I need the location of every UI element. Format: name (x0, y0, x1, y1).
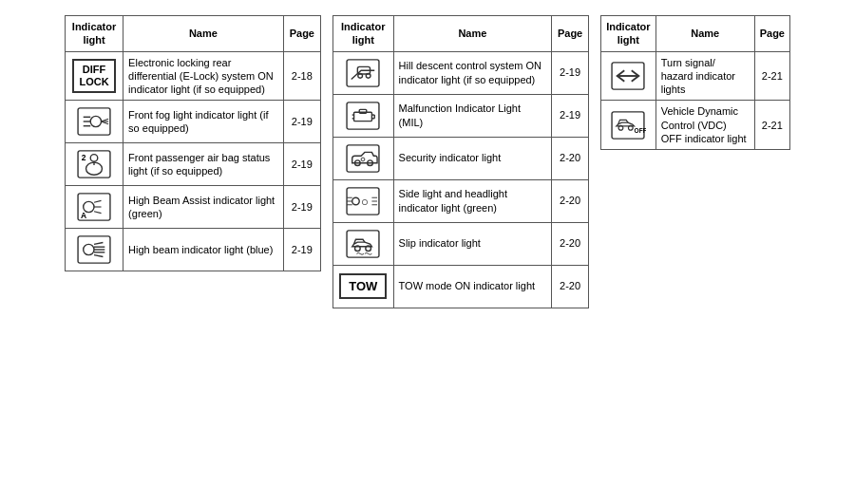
table-row: Security indicator light 2-20 (333, 137, 589, 179)
table-row: Front fog light indicator light (if so e… (66, 101, 321, 143)
icon-cell-turnsignal (601, 51, 656, 101)
icon-cell-vdc: OFF (601, 101, 656, 150)
table-row: Malfunction Indicator Light (MIL) 2-19 (333, 94, 589, 137)
icon-cell-slip (333, 222, 394, 265)
airbag-icon: 2 (76, 149, 112, 179)
hba-icon: A (76, 192, 112, 222)
slip-icon (345, 229, 381, 259)
table-row: ○ Side light and headlight indicator lig… (333, 179, 589, 222)
table-row: High beam indicator light (blue) 2-19 (66, 229, 321, 271)
vdc-off-icon: OFF (610, 110, 646, 140)
highbeam-icon (76, 234, 112, 265)
indicator-table-2: Indicatorlight Name Page (332, 15, 589, 308)
page-vdc: 2-21 (754, 101, 789, 150)
icon-cell-airbag: 2 (66, 143, 124, 186)
page-hba: 2-19 (283, 186, 320, 229)
svg-point-9 (90, 155, 98, 162)
header-indicator-light-2: Indicatorlight (333, 16, 394, 52)
svg-text:OFF: OFF (635, 127, 646, 134)
table-row: Turn signal/ hazard indicator lights 2-2… (601, 51, 790, 101)
page-tow: 2-20 (552, 265, 589, 308)
name-tow: TOW mode ON indicator light (393, 265, 552, 308)
name-turnsignal: Turn signal/ hazard indicator lights (656, 51, 754, 101)
name-highbeam: High beam indicator light (blue) (124, 229, 284, 271)
name-airbag: Front passenger air bag status light (if… (124, 143, 284, 186)
page-highbeam: 2-19 (283, 229, 320, 271)
table-row: Slip indicator light 2-20 (333, 222, 589, 265)
svg-text:○: ○ (361, 194, 369, 208)
svg-line-15 (94, 201, 102, 203)
indicator-table-1: Indicatorlight Name Page DIFFLOCK Electr… (65, 15, 321, 271)
table-row: Hill descent control system ON indicator… (333, 51, 589, 94)
svg-text:A: A (81, 212, 86, 221)
svg-line-17 (94, 212, 102, 214)
table-row: DIFFLOCK Electronic locking rear differe… (66, 51, 321, 101)
svg-rect-26 (347, 59, 379, 85)
icon-cell-highbeam (66, 229, 124, 271)
name-hba: High Beam Assist indicator light (green) (124, 186, 284, 229)
page-fog: 2-19 (283, 101, 320, 143)
diff-lock-icon: DIFFLOCK (72, 59, 115, 93)
icon-cell-security (333, 137, 394, 179)
page-airbag: 2-19 (283, 143, 320, 186)
svg-line-25 (94, 255, 103, 257)
sidelight-icon: ○ (345, 186, 381, 216)
name-fog: Front fog light indicator light (if so e… (124, 101, 284, 143)
svg-rect-51 (347, 230, 379, 256)
name-hill: Hill descent control system ON indicator… (393, 51, 552, 94)
header-name-3: Name (656, 16, 754, 52)
svg-rect-32 (360, 109, 368, 113)
name-security: Security indicator light (393, 137, 552, 179)
name-vdc: Vehicle Dynamic Control (VDC) OFF indica… (656, 101, 754, 150)
svg-point-43 (352, 197, 360, 205)
page-turnsignal: 2-21 (754, 51, 789, 101)
hill-descent-icon (345, 58, 381, 88)
icon-cell-tow: TOW (333, 265, 394, 308)
table-row: 2 Front passenger air bag status light (… (66, 143, 321, 186)
name-mil: Malfunction Indicator Light (MIL) (393, 94, 552, 137)
page-sidelight: 2-20 (552, 179, 589, 222)
page-slip: 2-20 (552, 222, 589, 265)
svg-point-28 (358, 73, 363, 78)
header-name-1: Name (124, 16, 284, 52)
icon-cell-diff-lock: DIFFLOCK (66, 51, 124, 101)
header-indicator-light-1: Indicatorlight (66, 16, 124, 52)
table-row: OFF Vehicle Dynamic Control (VDC) OFF in… (601, 101, 790, 150)
page-mil: 2-19 (552, 94, 589, 137)
name-slip: Slip indicator light (393, 222, 552, 265)
name-sidelight: Side light and headlight indicator light… (393, 179, 552, 222)
icon-cell-fog (66, 101, 124, 143)
mil-icon (345, 101, 381, 131)
page-security: 2-20 (552, 137, 589, 179)
icon-cell-hill (333, 51, 394, 94)
table-row: TOW TOW mode ON indicator light 2-20 (333, 265, 589, 308)
header-indicator-light-3: Indicatorlight (601, 16, 656, 52)
svg-point-1 (90, 117, 101, 127)
header-page-2: Page (552, 16, 589, 52)
name-diff-lock: Electronic locking rear differential (E-… (124, 51, 284, 101)
tow-icon: TOW (339, 273, 387, 300)
page-hill: 2-19 (552, 51, 589, 94)
turn-signal-icon (610, 61, 646, 91)
header-page-3: Page (754, 16, 789, 52)
security-icon (345, 143, 381, 174)
svg-point-20 (84, 245, 94, 255)
svg-line-21 (94, 243, 103, 245)
indicator-table-3: Indicatorlight Name Page (600, 15, 790, 150)
icon-cell-hba: A (66, 186, 124, 229)
page-diff-lock: 2-18 (283, 51, 320, 101)
table-row: A High Beam Assist indicator light (gree… (66, 186, 321, 229)
tables-wrapper: Indicatorlight Name Page DIFFLOCK Electr… (65, 15, 790, 308)
header-name-2: Name (393, 16, 552, 52)
header-page-1: Page (283, 16, 320, 52)
svg-point-41 (361, 158, 365, 161)
svg-point-29 (367, 73, 371, 78)
svg-text:2: 2 (82, 154, 86, 163)
icon-cell-mil (333, 94, 394, 137)
icon-cell-sidelight: ○ (333, 179, 394, 222)
fog-light-icon (76, 106, 112, 137)
